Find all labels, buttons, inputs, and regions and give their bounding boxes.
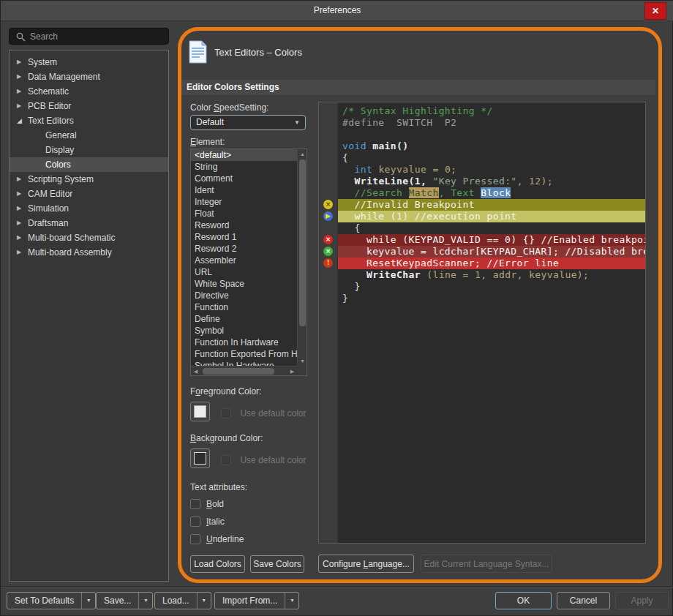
expand-icon[interactable]: ▶: [17, 216, 26, 230]
checkbox-box[interactable]: [190, 499, 200, 509]
horizontal-scroll-thumb[interactable]: [203, 368, 274, 375]
element-item-directive[interactable]: Directive: [191, 290, 297, 301]
element-item-symbol[interactable]: Symbol: [191, 325, 297, 337]
element-item-assembler[interactable]: Assembler: [191, 255, 297, 266]
checkbox-bold[interactable]: Bold: [190, 497, 307, 514]
element-item-string[interactable]: String: [191, 161, 297, 173]
foreground-color-swatch[interactable]: [190, 402, 210, 421]
checkbox-box[interactable]: [190, 534, 200, 544]
expand-icon[interactable]: ▶: [17, 230, 26, 245]
use-default-background-checkbox[interactable]: Use default color: [221, 453, 307, 465]
sidebar-item-multi-board-assembly[interactable]: ▶Multi-board Assembly: [10, 245, 168, 260]
sidebar-item-draftsman[interactable]: ▶Draftsman: [10, 216, 168, 230]
scroll-left-icon[interactable]: ◀: [191, 367, 200, 376]
save-colors-button[interactable]: Save Colors: [250, 555, 304, 573]
element-item-symbol-in-hardware[interactable]: Symbol In Hardware: [191, 360, 297, 366]
search-input[interactable]: [30, 29, 162, 43]
close-button[interactable]: ✕: [644, 2, 666, 20]
set-to-defaults-button[interactable]: Set To Defaults ▼: [7, 592, 96, 609]
load-button[interactable]: Load... ▼: [154, 592, 211, 609]
element-label: Element:: [190, 137, 225, 147]
execution-point-icon[interactable]: ▶: [323, 211, 333, 221]
element-item-define[interactable]: Define: [191, 313, 297, 325]
expand-icon[interactable]: ▶: [17, 187, 26, 201]
checkbox-underline[interactable]: Underline: [190, 532, 307, 549]
chevron-down-icon[interactable]: ▼: [138, 593, 152, 609]
gutter-row: [319, 176, 337, 187]
checkbox-italic[interactable]: Italic: [190, 514, 307, 532]
element-item-float[interactable]: Float: [191, 208, 297, 219]
import-from-button[interactable]: Import From... ▼: [214, 592, 299, 609]
element-listbox: <default>StringCommentIdentIntegerFloatR…: [190, 149, 307, 376]
element-item-function-in-hardware[interactable]: Function In Hardware: [191, 337, 297, 348]
element-item-ident[interactable]: Ident: [191, 184, 297, 196]
background-color-label: Background Color:: [190, 433, 263, 443]
use-default-foreground-checkbox[interactable]: Use default color: [221, 406, 307, 418]
invalid-breakpoint-icon[interactable]: ×: [323, 200, 333, 209]
expand-icon[interactable]: ▶: [17, 172, 26, 187]
chevron-down-icon[interactable]: ▼: [81, 593, 95, 609]
load-colors-button[interactable]: Load Colors: [190, 555, 245, 573]
checkbox-box[interactable]: [221, 408, 231, 418]
vertical-scrollbar[interactable]: ▲ ▼: [297, 149, 307, 366]
element-item-integer[interactable]: Integer: [191, 196, 297, 208]
expand-icon[interactable]: ▶: [17, 201, 26, 216]
element-item-resword[interactable]: Resword: [191, 219, 297, 231]
cancel-button[interactable]: Cancel: [557, 592, 610, 609]
syntax-preview[interactable]: ×▶××! /* Syntax Highlighting */#define S…: [318, 102, 646, 544]
element-item-resword-1[interactable]: Resword 1: [191, 231, 297, 243]
search-box[interactable]: [9, 28, 169, 45]
enabled-breakpoint-icon[interactable]: ×: [323, 235, 333, 244]
expand-icon[interactable]: ▶: [17, 55, 26, 70]
text-attributes-group: BoldItalicUnderline: [190, 497, 307, 549]
sidebar-item-general[interactable]: General: [10, 128, 168, 143]
apply-button: Apply: [615, 592, 669, 609]
error-line-icon[interactable]: !: [323, 258, 333, 268]
save-button[interactable]: Save... ▼: [96, 592, 153, 609]
scroll-up-icon[interactable]: ▲: [298, 149, 307, 159]
element-item-url[interactable]: URL: [191, 266, 297, 278]
checkbox-box[interactable]: [221, 455, 231, 465]
chevron-down-icon[interactable]: ▼: [285, 593, 298, 609]
disabled-breakpoint-icon[interactable]: ×: [323, 247, 333, 256]
element-item-function-exported-from-hardware[interactable]: Function Exported From Hardware: [191, 348, 297, 360]
expand-icon[interactable]: ▶: [17, 84, 26, 99]
scroll-down-icon[interactable]: ▼: [298, 356, 307, 366]
vertical-scroll-thumb[interactable]: [299, 159, 306, 326]
preferences-tree: ▶System▶Data Management▶Schematic▶PCB Ed…: [9, 50, 169, 582]
color-speedsetting-select[interactable]: Default ▼: [190, 115, 306, 130]
code-line: //Invalid Breakpoint: [338, 199, 645, 211]
element-item-resword-2[interactable]: Resword 2: [191, 243, 297, 255]
checkbox-label: Use default color: [240, 408, 306, 418]
sidebar-item-colors[interactable]: Colors: [10, 157, 168, 172]
sidebar-item-pcb-editor[interactable]: ▶PCB Editor: [10, 99, 168, 113]
code-line: /* Syntax Highlighting */: [338, 105, 645, 117]
expand-icon[interactable]: ▶: [17, 99, 26, 113]
element-item-white-space[interactable]: White Space: [191, 278, 297, 290]
ok-button[interactable]: OK: [495, 592, 552, 609]
sidebar-item-cam-editor[interactable]: ▶CAM Editor: [10, 187, 168, 201]
sidebar-item-simulation[interactable]: ▶Simulation: [10, 201, 168, 216]
expand-icon[interactable]: ▶: [17, 70, 26, 84]
sidebar-item-data-management[interactable]: ▶Data Management: [10, 70, 168, 84]
element-item-default[interactable]: <default>: [191, 149, 297, 161]
sidebar-item-system[interactable]: ▶System: [10, 55, 168, 70]
element-item-comment[interactable]: Comment: [191, 173, 297, 184]
configure-language-button[interactable]: Configure Language...: [318, 555, 414, 573]
sidebar-item-schematic[interactable]: ▶Schematic: [10, 84, 168, 99]
expand-icon[interactable]: ▶: [17, 245, 26, 260]
chevron-down-icon[interactable]: ▼: [197, 593, 211, 609]
gutter-row: ×: [319, 246, 337, 258]
gutter-row: [319, 152, 337, 164]
scroll-right-icon[interactable]: ▶: [287, 367, 297, 376]
element-item-function[interactable]: Function: [191, 301, 297, 313]
collapse-icon[interactable]: ◢: [17, 113, 26, 128]
sidebar-item-label: Text Editors: [28, 113, 74, 128]
checkbox-box[interactable]: [190, 517, 200, 527]
sidebar-item-text-editors[interactable]: ◢Text Editors: [10, 113, 168, 128]
sidebar-item-display[interactable]: Display: [10, 143, 168, 157]
horizontal-scrollbar[interactable]: ◀ ▶: [191, 366, 297, 375]
sidebar-item-scripting-system[interactable]: ▶Scripting System: [10, 172, 168, 187]
background-color-swatch[interactable]: [190, 448, 210, 468]
sidebar-item-multi-board-schematic[interactable]: ▶Multi-board Schematic: [10, 230, 168, 245]
